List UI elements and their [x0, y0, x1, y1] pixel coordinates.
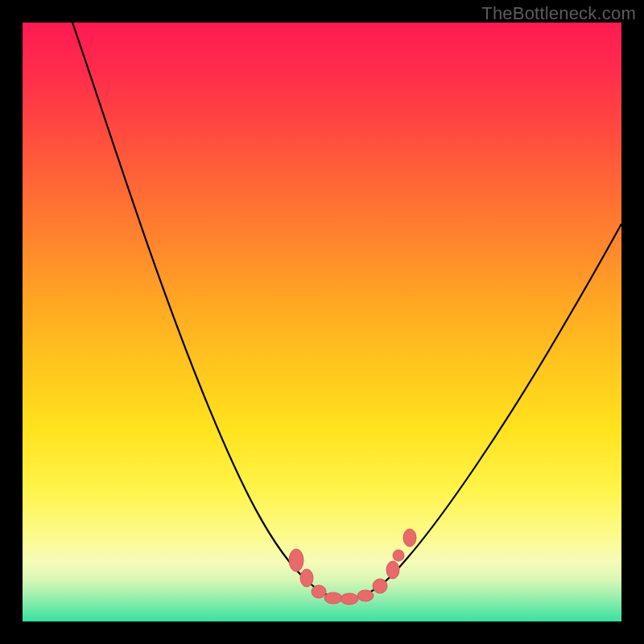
marker-dot: [393, 550, 404, 561]
bottleneck-curve-svg: [23, 23, 621, 621]
marker-dot: [403, 529, 416, 547]
curve-right: [345, 224, 621, 599]
watermark-text: TheBottleneck.com: [481, 3, 636, 24]
marker-dot: [300, 569, 313, 587]
plot-area: [23, 23, 621, 621]
marker-dot: [341, 593, 358, 605]
marker-dot: [386, 561, 399, 579]
marker-dot: [357, 590, 374, 601]
chart-frame: TheBottleneck.com: [0, 0, 644, 644]
marker-dot: [289, 549, 303, 572]
marker-dot: [324, 592, 342, 604]
marker-dot: [312, 585, 326, 598]
marker-cluster: [289, 529, 416, 605]
curve-left: [72, 23, 345, 599]
marker-dot: [373, 579, 387, 593]
